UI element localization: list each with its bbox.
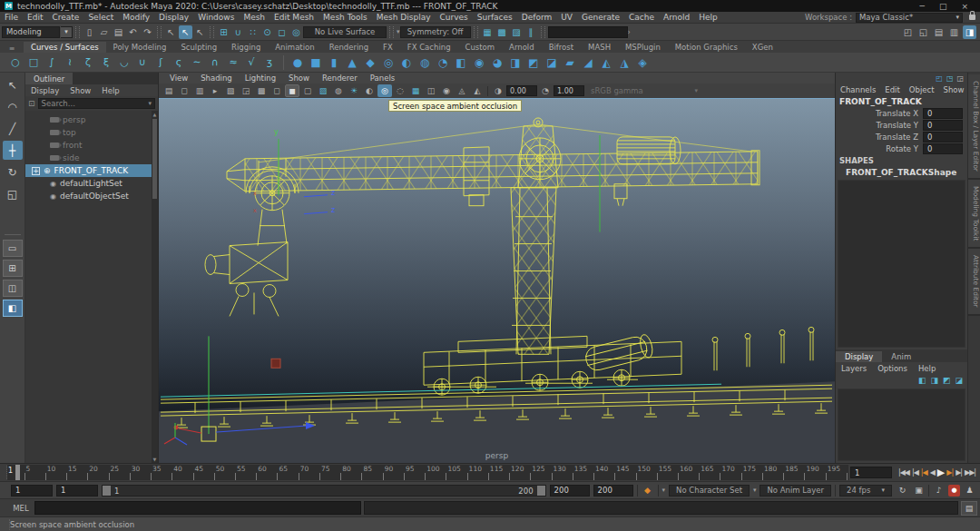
layout-four-pane[interactable]: ⊞ xyxy=(3,260,23,277)
snap-to-view-plane-icon[interactable]: ◻ xyxy=(275,25,289,39)
layer-tab-display[interactable]: Display xyxy=(836,351,882,362)
menu-edit[interactable]: Edit xyxy=(23,13,47,22)
quick-input-field[interactable] xyxy=(548,26,628,38)
step-forward-frame-button[interactable]: ▶| xyxy=(956,468,962,477)
polygon-pipe-icon[interactable]: ◔ xyxy=(435,54,451,71)
viewport-menu-shading[interactable]: Shading xyxy=(194,74,239,83)
layer-tab-anim[interactable]: Anim xyxy=(882,351,920,362)
outliner-item-side[interactable]: side xyxy=(25,152,158,164)
script-editor-button[interactable]: ▤ xyxy=(961,501,977,516)
polygon-helix-icon[interactable]: ◧ xyxy=(453,54,469,71)
make-live-icon[interactable]: ◎ xyxy=(289,25,303,39)
status-group-divider[interactable] xyxy=(541,26,545,38)
viewport-menu-show[interactable]: Show xyxy=(282,74,316,83)
exposure-field[interactable]: 0.00 xyxy=(506,85,537,96)
go-to-end-button[interactable]: ▶▶| xyxy=(965,468,975,477)
select-by-component-icon[interactable]: ↖ xyxy=(193,25,207,39)
rebuild-curve-icon[interactable]: √ xyxy=(243,54,260,71)
menu-select[interactable]: Select xyxy=(83,13,118,22)
outliner-title-tab[interactable]: Outliner xyxy=(25,73,73,84)
viewport-menu-lighting[interactable]: Lighting xyxy=(239,74,282,83)
menu-surfaces[interactable]: Surfaces xyxy=(473,13,517,22)
ultra-shape-icon[interactable]: ◪ xyxy=(544,54,560,71)
animation-preferences-icon[interactable]: ♟ xyxy=(963,486,976,495)
scroll-down-icon[interactable]: ▼ xyxy=(152,456,158,463)
sidebar-tab-channel-box-layer-editor[interactable]: Channel Box / Layer Editor xyxy=(968,74,980,180)
play-backwards-button[interactable]: ◀ xyxy=(930,468,935,477)
step-back-key-button[interactable]: |◀ xyxy=(921,468,927,477)
combine-icon[interactable]: ◭ xyxy=(598,54,614,71)
snap-to-curve-icon[interactable]: ∪ xyxy=(231,25,245,39)
mute-audio-icon[interactable]: ♪ xyxy=(932,486,946,495)
lock-camera-icon[interactable]: ◻ xyxy=(177,84,191,97)
channel-anim-icon[interactable]: ◰ xyxy=(936,74,943,83)
camera-attributes-icon[interactable]: ▥ xyxy=(192,84,207,97)
outliner-menu-display[interactable]: Display xyxy=(25,86,64,95)
textured-icon[interactable]: ▨ xyxy=(316,84,330,97)
outliner-item-top[interactable]: top xyxy=(25,126,158,139)
playback-loop-icon[interactable]: ↻ xyxy=(896,486,909,495)
search-filter-icon[interactable]: ⊡ xyxy=(28,99,35,108)
shelf-tab-animation[interactable]: Animation xyxy=(268,42,321,53)
menu-generate[interactable]: Generate xyxy=(577,13,624,22)
outliner-item-front-of-track[interactable]: +⊕FRONT_OF_TRACK xyxy=(25,164,158,177)
menu-help[interactable]: Help xyxy=(694,13,722,22)
shelf-tab-rendering[interactable]: Rendering xyxy=(322,42,376,53)
outliner-item-defaultobjectset[interactable]: ◉defaultObjectSet xyxy=(25,190,158,202)
channel-value-field[interactable]: 0 xyxy=(923,108,963,119)
attribute-editor-toggle-icon[interactable]: ▤ xyxy=(932,25,946,39)
offset-curve-icon[interactable]: ≈ xyxy=(225,54,241,71)
menu-arnold[interactable]: Arnold xyxy=(659,13,694,22)
status-group-divider[interactable] xyxy=(210,26,214,38)
outliner-item-front[interactable]: front xyxy=(25,139,158,152)
gamma-icon[interactable]: ◔ xyxy=(538,84,553,97)
layer-menu-layers[interactable]: Layers xyxy=(836,364,872,373)
set-key-icon[interactable]: ◆ xyxy=(642,486,654,495)
new-scene-icon[interactable]: ▯ xyxy=(83,25,96,39)
channel-edit-icon[interactable]: ◲ xyxy=(956,74,964,83)
layer-menu-help[interactable]: Help xyxy=(913,364,941,373)
image-plane-icon[interactable]: ▧ xyxy=(223,84,238,97)
playblast-icon[interactable]: ▣ xyxy=(912,486,926,495)
workspace-select[interactable]: Maya Classic* ▾ xyxy=(856,13,963,23)
polygon-cube-icon[interactable]: ■ xyxy=(308,54,324,71)
xray-icon[interactable]: ◬ xyxy=(455,84,469,97)
channel-value-field[interactable]: 0 xyxy=(923,143,963,154)
scroll-up-icon[interactable]: ▲ xyxy=(152,111,158,118)
shelf-tab-fx-caching[interactable]: FX Caching xyxy=(400,42,458,53)
menu-display[interactable]: Display xyxy=(154,13,193,22)
menu-create[interactable]: Create xyxy=(48,13,84,22)
shadows-icon[interactable]: ◐ xyxy=(362,84,377,97)
depth-of-field-icon[interactable]: ◫ xyxy=(424,84,438,97)
lasso-tool[interactable]: ◠ xyxy=(3,97,23,116)
channel-shape-name[interactable]: FRONT_OF_TRACKShape xyxy=(836,166,967,178)
shelf-tab-arnold[interactable]: Arnold xyxy=(502,42,542,53)
menu-curves[interactable]: Curves xyxy=(436,13,473,22)
shelf-tab-rigging[interactable]: Rigging xyxy=(224,42,268,53)
smooth-shade-all-icon[interactable]: ◼ xyxy=(285,84,299,97)
save-scene-icon[interactable]: ▤ xyxy=(112,25,125,39)
command-language-label[interactable]: MEL xyxy=(10,504,32,513)
spherical-harmonics-icon[interactable]: ◩ xyxy=(525,54,542,71)
bezier-curve-tool-icon[interactable]: ζ xyxy=(80,54,96,71)
channel-box-menu-edit[interactable]: Edit xyxy=(880,85,904,94)
expand-icon[interactable]: + xyxy=(32,167,40,175)
modeling-toolkit-toggle-icon[interactable]: ◰ xyxy=(901,25,915,39)
chevron-down-icon[interactable]: ▾ xyxy=(662,487,666,494)
close-button[interactable]: × xyxy=(961,2,968,11)
channel-object-name[interactable]: FRONT_OF_TRACK xyxy=(836,95,967,107)
symmetry-field[interactable]: Symmetry: Off xyxy=(400,26,471,38)
booleans-union-icon[interactable]: ▰ xyxy=(562,54,578,71)
smooth-icon[interactable]: ◈ xyxy=(634,54,651,71)
use-default-material-icon[interactable]: ◍ xyxy=(331,84,346,97)
viewport-scene[interactable]: Screen space ambient occlusion y z z x x… xyxy=(159,98,835,463)
viewport-menu-view[interactable]: View xyxy=(163,74,194,83)
select-by-hierarchy-icon[interactable]: ↖ xyxy=(164,25,178,39)
polygon-sphere-icon[interactable]: ● xyxy=(289,54,306,71)
joints-xray-icon[interactable]: ◭ xyxy=(470,84,485,97)
fps-select[interactable]: 24 fps ▾ xyxy=(839,485,892,497)
view-transform-select[interactable]: sRGB gamma ▾ xyxy=(591,86,698,95)
shelf-tab-poly-modeling[interactable]: Poly Modeling xyxy=(106,42,174,53)
scale-tool[interactable]: ◱ xyxy=(3,184,23,203)
pencil-curve-tool-icon[interactable]: ξ xyxy=(98,54,114,71)
